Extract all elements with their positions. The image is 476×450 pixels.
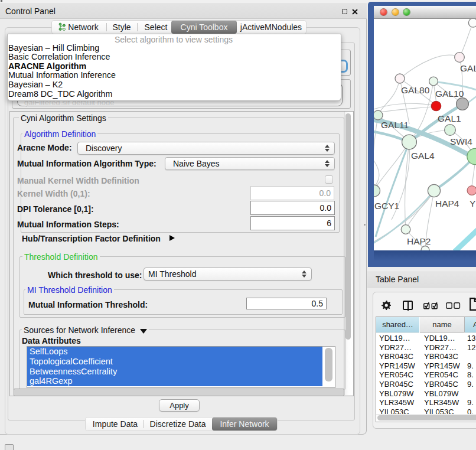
- svg-text:GAL1: GAL1: [438, 113, 461, 123]
- svg-text:GAL7: GAL7: [460, 63, 476, 73]
- svg-text:GAL10: GAL10: [435, 89, 464, 99]
- svg-text:GAL4: GAL4: [411, 151, 435, 161]
- svg-text:Y: Y: [470, 198, 475, 208]
- svg-text:GAL11: GAL11: [381, 120, 409, 130]
- svg-text:GCY1: GCY1: [374, 201, 399, 211]
- svg-text:HAP4: HAP4: [435, 198, 459, 208]
- svg-text:SWI4: SWI4: [450, 136, 472, 146]
- svg-text:GAL80: GAL80: [401, 85, 430, 95]
- svg-text:HAP2: HAP2: [407, 236, 431, 246]
